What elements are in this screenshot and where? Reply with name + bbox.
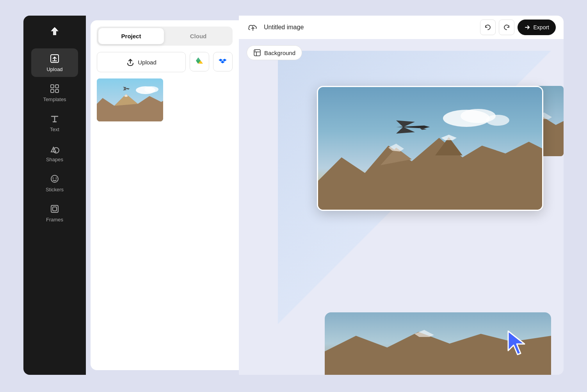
- sidebar-item-stickers-label: Stickers: [46, 187, 64, 192]
- svg-point-9: [56, 178, 57, 179]
- svg-point-24: [405, 126, 407, 128]
- templates-icon: [49, 83, 60, 94]
- cursor-icon: [505, 328, 528, 356]
- header-actions: Export: [480, 20, 556, 35]
- media-panel: Project Cloud Upload: [91, 20, 239, 370]
- dropbox-button[interactable]: [213, 52, 233, 71]
- sidebar-item-text[interactable]: Text: [31, 109, 78, 137]
- media-thumbnail[interactable]: [97, 78, 163, 121]
- upload-btn-icon: [126, 58, 135, 66]
- sidebar-item-upload[interactable]: Upload: [31, 48, 78, 77]
- tab-cloud[interactable]: Cloud: [165, 28, 231, 44]
- svg-rect-11: [53, 207, 57, 211]
- main-image-card[interactable]: [317, 86, 543, 211]
- header-left: Untitled image: [247, 21, 304, 34]
- media-grid: [97, 78, 233, 121]
- sidebar-item-templates[interactable]: Templates: [31, 78, 78, 107]
- upload-row: Upload: [97, 52, 233, 72]
- svg-rect-10: [51, 205, 58, 212]
- frames-icon: [49, 203, 60, 214]
- main-canvas-image: [318, 87, 543, 211]
- header-bar: Untitled image: [239, 16, 564, 39]
- sidebar-item-templates-label: Templates: [43, 96, 66, 102]
- stickers-icon: [49, 173, 60, 184]
- svg-point-8: [53, 178, 54, 179]
- upload-button[interactable]: Upload: [97, 52, 186, 72]
- sidebar: Upload Templates Text Shapes: [23, 16, 86, 375]
- export-button[interactable]: Export: [518, 20, 556, 35]
- shapes-icon: [49, 143, 60, 154]
- cursor-arrow: [505, 328, 528, 355]
- sidebar-item-stickers[interactable]: Stickers: [31, 169, 78, 197]
- background-tag-label: Background: [264, 50, 295, 56]
- tab-project[interactable]: Project: [98, 28, 164, 44]
- canvas-area: Untitled image: [239, 16, 564, 375]
- sidebar-item-text-label: Text: [50, 127, 59, 132]
- sidebar-item-frames[interactable]: Frames: [31, 199, 78, 227]
- canvas-content: Background: [239, 39, 564, 375]
- upload-btn-label: Upload: [138, 59, 157, 66]
- undo-button[interactable]: [480, 20, 496, 35]
- project-title[interactable]: Untitled image: [264, 24, 304, 31]
- export-label: Export: [534, 24, 549, 30]
- redo-button[interactable]: [499, 20, 514, 35]
- svg-point-14: [144, 86, 158, 93]
- app-logo: [45, 22, 64, 41]
- thumbnail-image: [97, 78, 163, 121]
- sidebar-item-upload-label: Upload: [46, 66, 62, 72]
- text-icon: [49, 113, 60, 124]
- sidebar-item-frames-label: Frames: [46, 217, 63, 223]
- svg-rect-5: [55, 89, 59, 93]
- panel-content: Upload: [91, 46, 239, 370]
- svg-rect-2: [51, 85, 54, 88]
- svg-point-7: [51, 175, 58, 182]
- svg-rect-4: [51, 89, 54, 93]
- background-icon: [253, 49, 261, 57]
- google-drive-button[interactable]: [190, 52, 209, 71]
- svg-rect-3: [55, 85, 59, 88]
- sidebar-item-shapes-label: Shapes: [46, 157, 63, 162]
- google-drive-icon: [195, 57, 204, 66]
- sidebar-item-shapes[interactable]: Shapes: [31, 139, 78, 167]
- upload-icon: [49, 53, 60, 64]
- svg-point-23: [486, 115, 509, 126]
- cloud-upload-icon: [247, 21, 259, 34]
- dropbox-icon: [219, 57, 227, 66]
- background-tag[interactable]: Background: [247, 45, 302, 60]
